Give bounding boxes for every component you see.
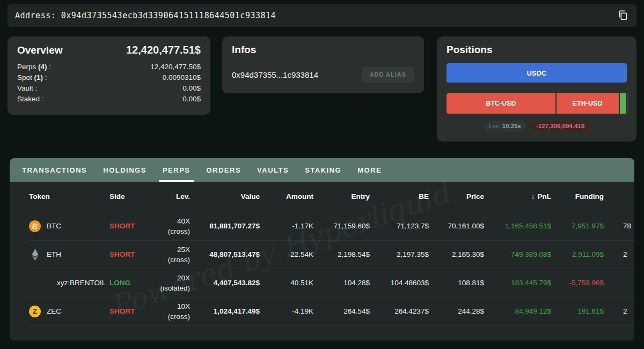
value-cell: 1,024,417.49$ [190,297,260,325]
address-label: Address: 0x94d3735543ecb3d33906415111864… [15,11,276,20]
col-funding: Funding [551,182,604,212]
col-amount: Amount [260,182,313,212]
be-cell: 71,123.7$ [370,212,429,240]
overview-row-staked: Staked : 0.00$ [17,94,201,105]
usdc-bar-label: USDC [527,69,547,77]
pnl-cell: 183,445.79$ [484,269,551,297]
col-entry: Entry [313,182,370,212]
value-cell: 48,807,513.47$ [190,240,260,269]
side-cell: SHORT [109,297,150,325]
table-row[interactable]: Z ZEC SHORT 10X(cross) 1,024,417.49$ -4.… [29,297,634,325]
col-side: Side [109,182,150,212]
tab-holdings[interactable]: HOLDINGS [95,158,155,182]
overview-total: 12,420,477.51$ [126,44,201,56]
short-address: 0x94d37355...1c933814 [232,70,318,79]
side-cell: SHORT [109,240,150,269]
entry-cell: 264.54$ [313,297,370,325]
btc-usd-segment[interactable]: BTC-USD [447,93,555,114]
entry-cell: 2,198.54$ [313,240,370,269]
tab-transactions[interactable]: TRANSACTIONS [14,158,95,182]
be-cell: 264.4237$ [370,297,429,325]
value-cell: 81,881,707.27$ [190,212,260,240]
col-token: Token [29,182,109,212]
add-alias-button[interactable]: ADD ALIAS [362,66,414,83]
sort-desc-icon: ↓ [531,192,535,201]
funding-cell: -5,759.96$ [551,269,604,297]
clipped-cell: 78 [604,212,634,240]
col-be: BE [370,182,429,212]
tab-perps[interactable]: PERPS [155,158,199,182]
overview-row-vault: Vault : 0.00$ [17,83,201,94]
funding-cell: 7,951.97$ [551,212,604,240]
overview-title: Overview [17,44,63,56]
table-row[interactable]: B BTC SHORT 40X(cross) 81,881,707.27$ -1… [29,212,634,240]
overview-staked-value: 0.00$ [182,94,201,105]
funding-cell: 191.61$ [551,297,604,325]
price-cell: 108.81$ [429,269,484,297]
leverage-badge: Lev.10.25x [484,121,526,131]
infos-title: Infos [232,44,414,56]
side-cell: LONG [109,269,150,297]
table-row[interactable]: xyz:BRENTOIL LONG 20X(isolated) 4,407,54… [29,269,634,297]
copy-address-button[interactable] [617,9,629,23]
green-segment[interactable] [620,93,626,114]
lev-cell: 25X(cross) [150,240,190,269]
token-name: ETH [47,250,61,258]
side-cell: SHORT [109,212,150,240]
tab-bar: TRANSACTIONS HOLDINGS PERPS ORDERS VAULT… [10,158,634,182]
infos-card: Infos 0x94d37355...1c933814 ADD ALIAS [222,36,424,93]
perps-position-bar: BTC-USD ETH-USD [447,93,627,114]
overview-card: Overview 12,420,477.51$ Perps (4) : 12,4… [8,36,210,115]
perps-table: Token Side Lev. Value Amount Entry BE Pr… [29,182,634,326]
main-panel: TRANSACTIONS HOLDINGS PERPS ORDERS VAULT… [10,158,634,340]
overview-row-perps: Perps (4) : 12,420,477.50$ [17,62,201,72]
price-cell: 70,161.00$ [429,212,484,240]
pnl-cell: 1,165,458.51$ [484,212,551,240]
tab-orders[interactable]: ORDERS [198,158,249,182]
clipped-cell: 2 [604,297,634,325]
tab-vaults[interactable]: VAULTS [249,158,297,182]
tab-more[interactable]: MORE [349,158,390,182]
price-cell: 244.28$ [429,297,484,325]
value-cell: 4,407,543.82$ [190,269,260,297]
entry-cell: 71,159.60$ [313,212,370,240]
overview-vault-value: 0.00$ [182,83,201,94]
lev-cell: 20X(isolated) [150,269,190,297]
funding-cell: 2,911.09$ [551,240,604,269]
total-pnl-badge: -127,306,094.41$ [531,121,590,131]
eth-usd-segment[interactable]: ETH-USD [557,93,619,114]
address-value: 0x94d3735543ecb3d339064151118644501c9338… [61,11,276,20]
table-header-row: Token Side Lev. Value Amount Entry BE Pr… [29,182,634,212]
zec-icon: Z [29,306,41,317]
be-cell: 2,197.35$ [370,240,429,269]
clipped-cell [604,269,634,297]
lev-cell: 40X(cross) [150,212,190,240]
col-lev: Lev. [150,182,190,212]
clipped-cell: 2 [604,240,634,269]
col-pnl[interactable]: ↓PnL [484,182,551,212]
positions-card: Positions USDC BTC-USD ETH-USD Lev.10.25… [437,36,636,142]
perps-table-wrap: Token Side Lev. Value Amount Entry BE Pr… [10,182,634,326]
amount-cell: -22.54K [260,240,313,269]
eth-icon [29,248,41,261]
positions-title: Positions [447,44,627,56]
overview-perps-value: 12,420,477.50$ [150,62,201,72]
col-extra [604,182,634,212]
table-row[interactable]: ETH SHORT 25X(cross) 48,807,513.47$ -22.… [29,240,634,269]
btc-icon: B [29,220,41,232]
lev-cell: 10X(cross) [150,297,190,325]
overview-spot-value: 0.0090310$ [163,72,201,83]
col-value: Value [190,182,260,212]
pnl-cell: 749,389.08$ [484,240,551,269]
usdc-position-bar[interactable]: USDC [447,63,627,83]
amount-cell: -1.17K [260,212,313,240]
token-name: BTC [47,222,61,230]
pnl-cell: 84,949.12$ [484,297,551,325]
tab-staking[interactable]: STAKING [297,158,349,182]
entry-cell: 104.28$ [313,269,370,297]
col-price: Price [429,182,484,212]
address-bar: Address: 0x94d3735543ecb3d33906415111864… [8,4,636,27]
token-name: xyz:BRENTOIL [57,279,106,287]
be-cell: 104.48603$ [370,269,429,297]
copy-icon [617,9,629,23]
